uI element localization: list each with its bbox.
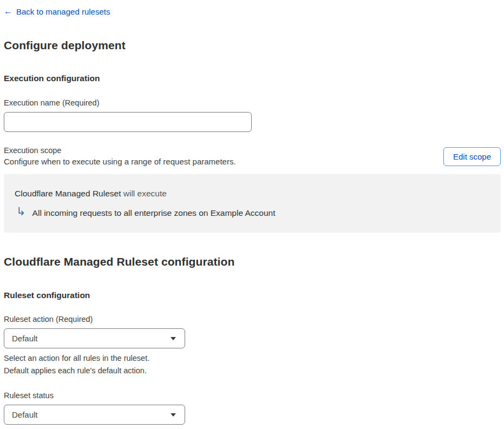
execution-name-input[interactable] bbox=[4, 112, 252, 132]
ruleset-action-help-line2: Default applies each rule's default acti… bbox=[4, 365, 501, 377]
execution-scope-description: Configure when to execute using a range … bbox=[4, 157, 236, 166]
ruleset-configuration-title: Cloudflare Managed Ruleset configuration bbox=[4, 255, 501, 268]
ruleset-status-label: Ruleset status bbox=[4, 391, 501, 400]
execution-scope-row: Execution scope Configure when to execut… bbox=[4, 146, 501, 166]
will-execute-text: will execute bbox=[121, 189, 166, 198]
ruleset-action-label: Ruleset action (Required) bbox=[4, 315, 501, 324]
ruleset-status-selected-value: Default bbox=[12, 410, 38, 419]
ruleset-name-text: Cloudflare Managed Ruleset bbox=[15, 189, 121, 198]
scope-summary-line: Cloudflare Managed Ruleset will execute bbox=[15, 189, 490, 199]
configure-deployment-page: ← Back to managed rulesets Configure dep… bbox=[0, 0, 504, 429]
back-link-label: Back to managed rulesets bbox=[16, 7, 110, 16]
execution-scope-label: Execution scope bbox=[4, 146, 236, 155]
return-arrow-icon: ↳ bbox=[16, 206, 26, 217]
arrow-left-icon: ← bbox=[4, 7, 12, 16]
ruleset-action-selected-value: Default bbox=[12, 334, 38, 343]
execution-name-label: Execution name (Required) bbox=[4, 98, 501, 107]
execution-configuration-heading: Execution configuration bbox=[4, 74, 501, 83]
scope-value-line: ↳ All incoming requests to all enterpris… bbox=[15, 207, 490, 219]
back-to-managed-rulesets-link[interactable]: ← Back to managed rulesets bbox=[4, 7, 110, 16]
chevron-down-icon bbox=[171, 337, 176, 340]
scope-summary-panel: Cloudflare Managed Ruleset will execute … bbox=[4, 174, 501, 233]
edit-scope-button[interactable]: Edit scope bbox=[443, 147, 501, 166]
scope-value-text: All incoming requests to all enterprise … bbox=[32, 208, 276, 218]
page-title: Configure deployment bbox=[4, 39, 501, 52]
execution-scope-text: Execution scope Configure when to execut… bbox=[4, 146, 236, 166]
ruleset-configuration-subheading: Ruleset configuration bbox=[4, 291, 501, 300]
ruleset-status-select[interactable]: Default bbox=[4, 405, 185, 425]
chevron-down-icon bbox=[171, 413, 176, 417]
ruleset-action-select[interactable]: Default bbox=[4, 328, 185, 348]
ruleset-action-help-line1: Select an action for all rules in the ru… bbox=[4, 352, 501, 365]
